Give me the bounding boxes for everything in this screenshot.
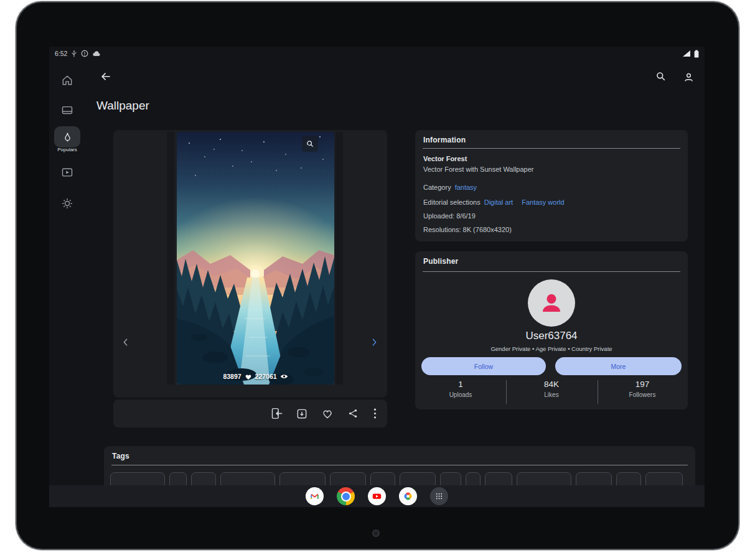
carousel-next-button[interactable] bbox=[367, 335, 382, 350]
sidebar-item-videos[interactable] bbox=[60, 165, 75, 180]
zoom-button[interactable] bbox=[302, 136, 318, 152]
gear-icon bbox=[61, 197, 73, 210]
more-options-button[interactable] bbox=[371, 406, 378, 421]
followers-label: Followers bbox=[597, 391, 688, 398]
person-icon bbox=[683, 72, 695, 83]
likes-count: 83897 bbox=[223, 373, 241, 380]
save-icon bbox=[296, 408, 308, 420]
tags-title: Tags bbox=[112, 452, 129, 460]
follow-button[interactable]: Follow bbox=[421, 357, 546, 375]
more-button[interactable]: More bbox=[555, 357, 682, 375]
likes-label: Likes bbox=[506, 391, 597, 398]
sidebar-item-populars[interactable] bbox=[54, 126, 80, 147]
app-drawer-button[interactable] bbox=[430, 487, 448, 505]
eye-icon bbox=[280, 373, 288, 380]
carousel-prev-button[interactable] bbox=[118, 335, 133, 350]
cloud-icon bbox=[92, 50, 100, 57]
usb-icon bbox=[71, 50, 77, 58]
populars-icon bbox=[62, 131, 73, 143]
back-button[interactable] bbox=[98, 69, 113, 84]
heart-icon bbox=[245, 373, 252, 380]
wallpaper-image bbox=[177, 132, 334, 385]
divider bbox=[506, 380, 507, 404]
divider bbox=[111, 465, 688, 465]
stat-uploads: 1 Uploads bbox=[415, 380, 506, 398]
publisher-username: User63764 bbox=[415, 330, 688, 342]
information-card: Information Vector Forest Vector Forest … bbox=[415, 130, 688, 241]
share-icon bbox=[347, 408, 359, 419]
chevron-right-icon bbox=[369, 336, 379, 348]
back-arrow-icon bbox=[100, 70, 112, 83]
set-wallpaper-button[interactable] bbox=[269, 406, 284, 421]
resolutions: Resolutions: 8K (7680x4320) bbox=[423, 226, 512, 233]
save-button[interactable] bbox=[294, 406, 309, 421]
home-icon bbox=[61, 74, 73, 86]
alert-icon bbox=[81, 50, 88, 57]
divider bbox=[598, 380, 598, 404]
more-button-label: More bbox=[611, 363, 626, 370]
wallpaper-stats: 83897 227061 bbox=[177, 373, 334, 380]
gmail-app-icon[interactable] bbox=[306, 487, 324, 505]
photos-icon bbox=[402, 490, 414, 502]
wallpaper-action-bar bbox=[113, 399, 387, 427]
youtube-icon bbox=[371, 490, 383, 502]
category-link[interactable]: fantasy bbox=[455, 184, 477, 191]
followers-value: 197 bbox=[597, 380, 688, 389]
publisher-title: Publisher bbox=[423, 257, 458, 266]
photos-app-icon[interactable] bbox=[399, 487, 417, 505]
publisher-avatar bbox=[528, 279, 575, 327]
signal-icon bbox=[683, 50, 690, 57]
wallpaper-preview[interactable]: 83897 227061 bbox=[177, 132, 334, 385]
search-button[interactable] bbox=[653, 68, 668, 83]
search-icon bbox=[655, 70, 667, 82]
publisher-meta: Gender Private • Age Private • Country P… bbox=[415, 345, 688, 352]
divider bbox=[423, 148, 680, 149]
app-grid-icon bbox=[434, 492, 444, 501]
stat-followers: 197 Followers bbox=[597, 380, 688, 398]
chrome-app-icon[interactable] bbox=[337, 487, 355, 505]
follow-button-label: Follow bbox=[474, 363, 493, 370]
publisher-card: Publisher User63764 Gender Private • Age… bbox=[415, 251, 688, 409]
screen: 6:52 Wallpaper Populars bbox=[49, 47, 705, 507]
sidebar-item-populars-label: Populars bbox=[49, 147, 85, 152]
editorial-label: Editorial selections bbox=[423, 198, 481, 206]
carousel-prev-peek bbox=[167, 132, 174, 385]
magnifier-icon bbox=[306, 139, 314, 148]
video-icon bbox=[61, 166, 73, 179]
likes-value: 84K bbox=[506, 380, 597, 389]
front-camera bbox=[372, 530, 380, 537]
sidebar-item-banners[interactable] bbox=[60, 103, 75, 118]
wallpaper-carousel: 83897 227061 bbox=[113, 130, 387, 398]
divider bbox=[423, 271, 680, 272]
clock: 6:52 bbox=[55, 50, 67, 57]
banner-icon bbox=[61, 104, 73, 116]
uploads-value: 1 bbox=[415, 380, 506, 389]
wallpaper-subtitle: Vector Forest with Sunset Wallpaper bbox=[423, 166, 534, 173]
status-bar: 6:52 bbox=[49, 47, 705, 60]
favorite-button[interactable] bbox=[320, 406, 335, 421]
overflow-icon bbox=[373, 408, 377, 419]
chevron-left-icon bbox=[121, 336, 131, 348]
tablet-frame: 6:52 Wallpaper Populars bbox=[17, 2, 738, 549]
views-count: 227061 bbox=[255, 373, 277, 380]
heart-outline-icon bbox=[321, 408, 334, 420]
youtube-app-icon[interactable] bbox=[368, 487, 386, 505]
information-title: Information bbox=[423, 136, 466, 144]
sidebar-item-settings[interactable] bbox=[60, 196, 75, 211]
uploaded-date: Uploaded: 8/6/19 bbox=[423, 212, 476, 220]
avatar-person-icon bbox=[538, 290, 565, 316]
sidebar-item-home[interactable] bbox=[60, 73, 75, 88]
stat-likes: 84K Likes bbox=[506, 380, 597, 398]
wallpaper-name: Vector Forest bbox=[423, 155, 467, 162]
profile-button[interactable] bbox=[681, 70, 696, 85]
editorial-link-fantasy-world[interactable]: Fantasy world bbox=[522, 198, 564, 206]
taskbar bbox=[49, 485, 705, 507]
gmail-icon bbox=[309, 491, 320, 502]
carousel-next-peek bbox=[335, 132, 343, 385]
category-label: Category bbox=[423, 184, 451, 191]
battery-icon bbox=[694, 50, 699, 58]
set-wallpaper-icon bbox=[270, 407, 283, 420]
uploads-label: Uploads bbox=[415, 391, 506, 398]
share-button[interactable] bbox=[345, 406, 360, 421]
editorial-link-digital-art[interactable]: Digital art bbox=[484, 198, 513, 206]
